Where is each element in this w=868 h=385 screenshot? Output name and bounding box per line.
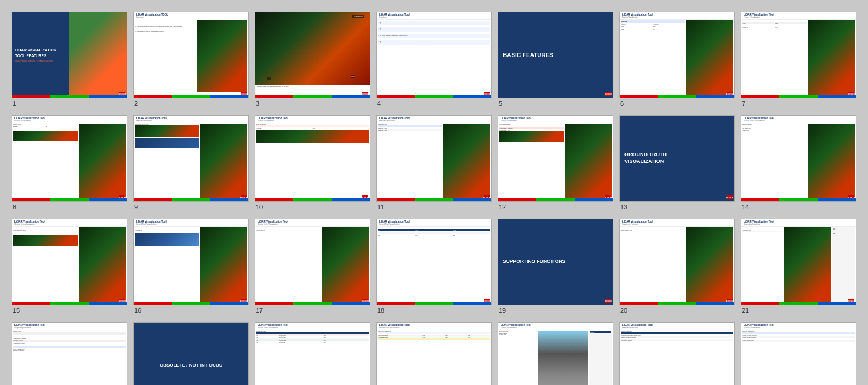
slide-12[interactable]: LiDAR Visualization Tool Feature Visuali…: [498, 115, 613, 202]
slide-number-4: 4: [376, 100, 381, 107]
slide-number-16: 16: [133, 307, 141, 314]
slide19-title: SUPPORTING FUNCTIONS: [503, 258, 608, 265]
slide-number-9: 9: [133, 203, 138, 210]
slide-wrapper-11: LiDAR Visualization Tool Feature Visuali…: [376, 115, 492, 210]
slide-23[interactable]: OBSOLETE / NOT IN FOCUS BOSCH: [133, 322, 249, 385]
slide-number-21: 21: [741, 307, 749, 314]
slide-number-12: 12: [498, 203, 506, 210]
slide-number-1: 1: [12, 100, 16, 107]
slide-wrapper-28: LiDAR Visualization Tool Feature Visuali…: [741, 322, 856, 385]
slide-wrapper-2: LiDAR Visualization TOOL Summary • LiDAR…: [133, 12, 249, 107]
slide-22[interactable]: LiDAR Visualization Tool Supporting Func…: [12, 322, 127, 385]
slide-number-15: 15: [12, 307, 20, 314]
slide-19[interactable]: SUPPORTING FUNCTIONS BOSCH: [498, 219, 613, 305]
slide-1[interactable]: LIDAR VISUALIZATION TOOL FEATURES CHAPTE…: [12, 12, 127, 98]
slide-number-14: 14: [741, 203, 749, 210]
slide-13[interactable]: GROUND TRUTHVISUALIZATION BOSCH: [619, 115, 735, 202]
slide-wrapper-8: LiDAR Visualization Tool Feature Visuali…: [12, 115, 127, 210]
slide-6[interactable]: LiDAR Visualization Tool Feature Visuali…: [619, 12, 735, 98]
slide-number-11: 11: [376, 203, 384, 210]
slide-wrapper-18: LiDAR Visualization Tool Ground Truth Vi…: [376, 219, 492, 314]
slide-grid: LIDAR VISUALIZATION TOOL FEATURES CHAPTE…: [12, 12, 856, 385]
slide-11[interactable]: LiDAR Visualization Tool Feature Visuali…: [376, 115, 492, 202]
slide5-title: BASIC FEATURES: [503, 51, 608, 59]
bosch-logo-5: BOSCH: [605, 92, 611, 96]
slide-wrapper-14: LiDAR Visualization Tool Ground Truth Vi…: [741, 115, 856, 210]
slide-wrapper-17: LiDAR Visualization Tool Ground Truth Vi…: [255, 219, 370, 314]
slide-number-18: 18: [376, 307, 384, 314]
slide-wrapper-22: LiDAR Visualization Tool Supporting Func…: [12, 322, 127, 385]
slide-number-5: 5: [498, 100, 502, 107]
slide-wrapper-13: GROUND TRUTHVISUALIZATION BOSCH 13: [619, 115, 735, 210]
slide-wrapper-20: LiDAR Visualization Tool Supporting Func…: [619, 219, 735, 314]
slide-number-6: 6: [619, 100, 624, 107]
slide-4[interactable]: LiDAR Visualization Tool Questions ? Doe…: [376, 12, 492, 98]
slide-wrapper-6: LiDAR Visualization Tool Feature Visuali…: [619, 12, 735, 107]
slide-25[interactable]: LiDAR Visualization Tool Ground Truth Vi…: [376, 322, 492, 385]
slide-number-19: 19: [498, 307, 506, 314]
bosch-logo-19: BOSCH: [605, 299, 611, 303]
slide-number-20: 20: [619, 307, 627, 314]
slide-wrapper-5: BASIC FEATURES BOSCH 5: [498, 12, 613, 107]
slide-wrapper-23: OBSOLETE / NOT IN FOCUS BOSCH 23: [133, 322, 249, 385]
slide13-title: GROUND TRUTHVISUALIZATION: [624, 151, 730, 165]
slide-3[interactable]: 3D example label value Feature labels an…: [255, 12, 370, 98]
slide-number-10: 10: [255, 203, 263, 210]
slide-number-3: 3: [255, 100, 259, 107]
bosch-logo-13: BOSCH: [727, 195, 733, 199]
slide-14[interactable]: LiDAR Visualization Tool Ground Truth Vi…: [741, 115, 856, 202]
slide-wrapper-4: LiDAR Visualization Tool Questions ? Doe…: [376, 12, 492, 107]
slide-18[interactable]: LiDAR Visualization Tool Ground Truth Vi…: [376, 219, 492, 305]
slide2-subtitle: Summary: [136, 16, 246, 18]
slide-wrapper-16: LiDAR Visualization Tool Ground Truth Vi…: [133, 219, 249, 314]
slide-wrapper-1: LIDAR VISUALIZATION TOOL FEATURES CHAPTE…: [12, 12, 127, 107]
slide-number-17: 17: [255, 307, 263, 314]
slide-7[interactable]: LiDAR Visualization Tool Feature Visuali…: [741, 12, 856, 98]
slide-2[interactable]: LiDAR Visualization TOOL Summary • LiDAR…: [133, 12, 249, 98]
slide-27[interactable]: LiDAR Visualization Tool Feature Visuali…: [619, 322, 735, 385]
slide-26[interactable]: LiDAR Visualization Tool Feature Visuali…: [498, 322, 613, 385]
slide-10[interactable]: LiDAR Visualization Tool Feature Visuali…: [255, 115, 370, 202]
slide-wrapper-3: 3D example label value Feature labels an…: [255, 12, 370, 107]
slide-17[interactable]: LiDAR Visualization Tool Ground Truth Vi…: [255, 219, 370, 305]
slide-wrapper-27: LiDAR Visualization Tool Feature Visuali…: [619, 322, 735, 385]
slide23-obsolete-text: OBSOLETE / NOT IN FOCUS: [160, 362, 222, 368]
slide1-title: LIDAR VISUALIZATION TOOL FEATURES: [15, 47, 67, 58]
slide1-subtitle: CHAPTER 01 BASICS / STATUS BOSCH: [15, 60, 67, 62]
slide-number-8: 8: [12, 203, 16, 210]
slide-wrapper-25: LiDAR Visualization Tool Ground Truth Vi…: [376, 322, 492, 385]
slide-wrapper-24: LiDAR Visualization Tool Ground Truth Vi…: [255, 322, 370, 385]
slide-number-13: 13: [619, 203, 627, 210]
slide-wrapper-26: LiDAR Visualization Tool Feature Visuali…: [498, 322, 613, 385]
slide-wrapper-10: LiDAR Visualization Tool Feature Visuali…: [255, 115, 370, 210]
slide-wrapper-7: LiDAR Visualization Tool Feature Visuali…: [741, 12, 856, 107]
slide-wrapper-15: LiDAR Visualization Tool Ground Truth Vi…: [12, 219, 127, 314]
slide-5[interactable]: BASIC FEATURES BOSCH: [498, 12, 613, 98]
slide-8[interactable]: LiDAR Visualization Tool Feature Visuali…: [12, 115, 127, 202]
slide-number-2: 2: [133, 100, 138, 107]
slide-24[interactable]: LiDAR Visualization Tool Ground Truth Vi…: [255, 322, 370, 385]
slide-wrapper-21: LiDAR Visualization Tool Supporting Func…: [741, 219, 856, 314]
slide-21[interactable]: LiDAR Visualization Tool Supporting Func…: [741, 219, 856, 305]
slide-28[interactable]: LiDAR Visualization Tool Feature Visuali…: [741, 322, 856, 385]
slide-wrapper-12: LiDAR Visualization Tool Feature Visuali…: [498, 115, 613, 210]
slide-wrapper-19: SUPPORTING FUNCTIONS BOSCH 19: [498, 219, 613, 314]
slide-number-7: 7: [741, 100, 745, 107]
slide-20[interactable]: LiDAR Visualization Tool Supporting Func…: [619, 219, 735, 305]
slide-9[interactable]: LiDAR Visualization Tool Feature Visuali…: [133, 115, 249, 202]
slide-wrapper-9: LiDAR Visualization Tool Feature Visuali…: [133, 115, 249, 210]
slide-16[interactable]: LiDAR Visualization Tool Ground Truth Vi…: [133, 219, 249, 305]
slide-15[interactable]: LiDAR Visualization Tool Ground Truth Vi…: [12, 219, 127, 305]
